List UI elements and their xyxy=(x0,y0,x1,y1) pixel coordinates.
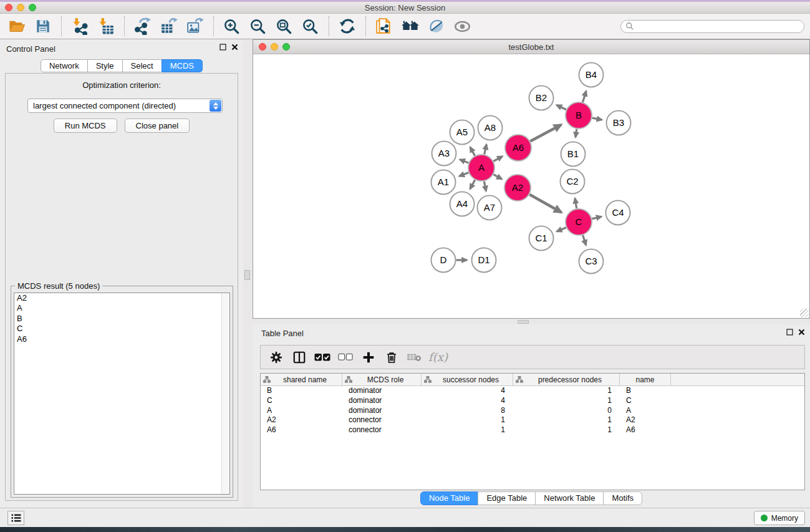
node-table[interactable]: shared nameMCDS rolesuccessor nodesprede… xyxy=(260,373,805,490)
tab-mcds[interactable]: MCDS xyxy=(162,59,203,72)
edge-B-B1[interactable] xyxy=(576,129,577,137)
table-cell[interactable]: dominator xyxy=(342,386,422,396)
edge-C-C3[interactable] xyxy=(583,235,586,245)
import-table-button[interactable] xyxy=(94,16,117,37)
show-graphics-details-button[interactable] xyxy=(425,16,448,37)
zoom-network-icon[interactable] xyxy=(282,43,290,51)
table-cell[interactable]: A xyxy=(620,406,671,416)
select-all-button[interactable] xyxy=(312,348,332,367)
edge-A-A4[interactable] xyxy=(470,180,475,189)
edge-A-A3[interactable] xyxy=(460,160,468,163)
table-row[interactable]: Bdominator41B xyxy=(261,386,804,396)
function-builder-button[interactable]: f(x) xyxy=(427,348,448,367)
table-cell[interactable]: A6 xyxy=(261,425,342,435)
table-cell[interactable]: connector xyxy=(342,415,422,425)
column-header-MCDS-role[interactable]: MCDS role xyxy=(342,374,422,385)
node-A8[interactable]: A8 xyxy=(478,116,503,140)
edge-A-A6[interactable] xyxy=(493,157,502,162)
zoom-window-icon[interactable] xyxy=(29,4,36,11)
edge-A-A8[interactable] xyxy=(485,145,486,155)
node-A3[interactable]: A3 xyxy=(432,142,456,166)
float-panel-icon[interactable] xyxy=(219,44,226,51)
edge-A2-C[interactable] xyxy=(529,195,561,213)
node-B3[interactable]: B3 xyxy=(607,111,631,135)
mcds-result-list[interactable]: A2ABCA6 xyxy=(14,293,230,495)
edge-C-C2[interactable] xyxy=(575,198,577,208)
table-cell[interactable]: C xyxy=(620,396,671,406)
tab-style[interactable]: Style xyxy=(87,59,123,72)
delete-table-button[interactable] xyxy=(404,348,425,367)
open-session-button[interactable] xyxy=(5,16,28,37)
edge-B-B3[interactable] xyxy=(592,118,602,120)
table-cell[interactable]: 1 xyxy=(513,415,620,425)
table-cell[interactable]: 1 xyxy=(513,396,620,406)
edge-A-A5[interactable] xyxy=(470,147,475,156)
zoom-fit-button[interactable] xyxy=(272,16,296,37)
table-cell[interactable]: B xyxy=(620,386,671,396)
node-C4[interactable]: C4 xyxy=(606,201,630,225)
table-cell[interactable]: 1 xyxy=(422,415,513,425)
network-canvas[interactable]: AA1A2A3A4A5A6A7A8BB1B2B3B4CC1C2C3C4DD1 xyxy=(253,54,809,318)
search-input[interactable] xyxy=(634,21,804,32)
save-session-button[interactable] xyxy=(31,16,54,37)
close-network-icon[interactable] xyxy=(259,43,266,51)
node-A6[interactable]: A6 xyxy=(505,135,531,161)
node-A7[interactable]: A7 xyxy=(478,196,502,220)
node-B2[interactable]: B2 xyxy=(529,86,554,110)
table-cell[interactable]: C xyxy=(261,396,342,406)
node-A5[interactable]: A5 xyxy=(450,120,475,145)
table-row[interactable]: Cdominator41C xyxy=(261,396,804,406)
table-row[interactable]: Adominator80A xyxy=(261,406,804,416)
table-cell[interactable]: A2 xyxy=(620,415,671,425)
table-cell[interactable]: A6 xyxy=(620,425,671,435)
close-panel-button[interactable]: Close panel xyxy=(125,118,190,133)
export-image-button[interactable] xyxy=(183,16,206,37)
table-cell[interactable]: 1 xyxy=(513,425,620,435)
horizontal-split-handle[interactable] xyxy=(518,320,529,324)
vertical-split-handle[interactable] xyxy=(244,270,250,280)
mcds-result-item[interactable]: A6 xyxy=(14,334,229,344)
table-row[interactable]: A2connector11A2 xyxy=(261,415,804,425)
close-panel-icon[interactable] xyxy=(798,329,805,336)
mcds-result-item[interactable]: A xyxy=(14,303,229,313)
float-panel-icon[interactable] xyxy=(786,329,793,336)
table-cell[interactable]: dominator xyxy=(342,406,422,416)
deselect-all-button[interactable] xyxy=(335,348,355,367)
node-C1[interactable]: C1 xyxy=(529,226,554,251)
table-cell[interactable]: B xyxy=(261,386,342,396)
node-A4[interactable]: A4 xyxy=(450,192,475,216)
zoom-in-button[interactable] xyxy=(220,16,243,37)
tab-select[interactable]: Select xyxy=(122,59,162,72)
column-header-name[interactable]: name xyxy=(620,374,671,385)
eye-button[interactable] xyxy=(451,16,474,37)
edge-A-A2[interactable] xyxy=(493,175,502,180)
table-cell[interactable]: 0 xyxy=(513,406,620,416)
column-header-shared-name[interactable]: shared name xyxy=(261,374,342,385)
delete-column-button[interactable] xyxy=(381,348,402,367)
resize-grip-icon[interactable] xyxy=(800,309,809,317)
table-cell[interactable]: dominator xyxy=(342,396,422,406)
close-panel-icon[interactable] xyxy=(231,44,238,51)
mcds-result-item[interactable]: C xyxy=(14,324,229,334)
edge-A-A1[interactable] xyxy=(459,173,468,177)
mcds-result-item[interactable]: B xyxy=(14,314,229,324)
minimize-network-icon[interactable] xyxy=(271,43,278,51)
table-row[interactable]: A6connector11A6 xyxy=(261,425,804,435)
show-columns-button[interactable] xyxy=(289,348,309,367)
memory-button[interactable]: Memory xyxy=(754,511,805,525)
table-cell[interactable]: A2 xyxy=(261,415,342,425)
edge-C-C1[interactable] xyxy=(557,228,566,231)
node-D[interactable]: D xyxy=(432,248,456,273)
add-column-button[interactable] xyxy=(358,348,378,367)
table-cell[interactable]: 4 xyxy=(422,386,513,396)
edge-B-B2[interactable] xyxy=(557,105,566,109)
tab-network[interactable]: Network xyxy=(41,59,88,72)
zoom-out-button[interactable] xyxy=(246,16,269,37)
mcds-result-item[interactable]: A2 xyxy=(14,293,229,303)
edge-A-A7[interactable] xyxy=(484,181,486,191)
criterion-select[interactable]: largest connected component (directed) xyxy=(27,99,223,113)
edge-A6-B[interactable] xyxy=(530,125,561,142)
table-cell[interactable]: 4 xyxy=(422,396,513,406)
tab-motifs[interactable]: Motifs xyxy=(603,491,642,505)
node-A1[interactable]: A1 xyxy=(432,170,456,195)
